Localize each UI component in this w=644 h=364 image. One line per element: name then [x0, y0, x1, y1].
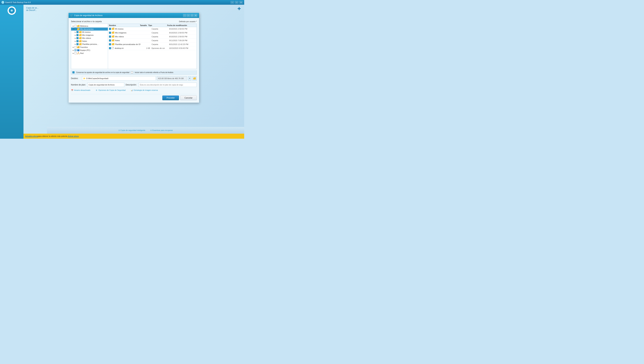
sidebar-logo [8, 6, 16, 15]
folder-icon-row-notes [112, 39, 114, 42]
backup-options-link[interactable]: ⚙ Opciones de Copia de Seguridad [96, 89, 126, 91]
tree-checkbox-notes[interactable]: ✓ [76, 40, 78, 42]
tree-checkbox-plantillas[interactable]: ✓ [76, 43, 78, 45]
tree-item-plantillas[interactable]: ▶ ✓ Plantillas persona... [71, 43, 108, 46]
dest-dropdown-btn[interactable]: ▼ [188, 76, 191, 81]
filename-mi-musica: Mi música [115, 28, 142, 30]
upgrade-link-now[interactable]: Actualiza ahora [25, 135, 38, 137]
folder-icon-red [77, 52, 80, 54]
file-check-notes[interactable]: ✓ [109, 40, 111, 42]
tree-checkbox-mi-musica[interactable]: ✓ [76, 31, 78, 33]
tree-checkbox-red[interactable] [74, 52, 76, 54]
option-checkbox-security[interactable]: ✓ [72, 71, 74, 73]
file-check-mi-musica[interactable]: ✓ [109, 28, 111, 30]
filename-mis-imagenes: Mis imágenes [115, 32, 142, 34]
svg-rect-2 [77, 49, 80, 51]
file-row-mis-videos[interactable]: ✓ Mis vídeos Carpeta 8/10/2015 2:58:55 P… [108, 35, 196, 39]
schedule-link[interactable]: 📅 Horario desactivado [71, 89, 90, 91]
tree-checkbox-biblioteca[interactable] [74, 25, 76, 27]
dest-path-box[interactable]: 📁 D:\MisCopiasDeSeguridad\ [82, 76, 156, 81]
tree-arrow-mis-imagenes: ▶ [74, 34, 76, 36]
gear-icon: ⚙ [96, 89, 98, 91]
tree-checkbox-equipo[interactable] [74, 49, 76, 51]
dialog-close-btn[interactable]: ✕ [194, 14, 198, 17]
tree-item-mis-documentos[interactable]: ▼ ✓ Mis documentos [71, 28, 108, 31]
tree-arrow-equipo: ▶ [72, 49, 74, 51]
folder-icon-mi-musica [79, 31, 82, 33]
filename-notes: Notes [115, 40, 142, 42]
plan-label: Nombre de plan: [71, 84, 86, 86]
tree-item-biblioteca[interactable]: ▶ Biblioteca [71, 25, 108, 28]
strategy-icon: 📊 [131, 89, 133, 91]
activate-link[interactable]: Activar ahora [68, 135, 79, 137]
file-row-mi-musica[interactable]: ✓ Mi música Carpeta 8/10/2015 2:58:55 PM [108, 27, 196, 31]
tree-item-favoritos[interactable]: ▶ Favoritos [71, 46, 108, 49]
user-defined-btn[interactable]: Definido por usuario * [179, 21, 197, 23]
tree-label-mi-musica: Mi música [82, 31, 90, 33]
bottom-action-recover[interactable]: ⊙ Examinar para recuperar [150, 129, 173, 131]
plan-row: Nombre de plan: Descripción: [71, 83, 197, 87]
file-row-plantillas[interactable]: ✓ Plantillas personalizadas de Of Carpet… [108, 43, 196, 46]
tree-checkbox-favoritos[interactable] [74, 46, 76, 48]
desc-input[interactable] [139, 83, 197, 87]
proceed-button[interactable]: Proceder [162, 96, 179, 100]
plan-name-input[interactable] [88, 83, 124, 87]
bottom-action-backup[interactable]: ⊙ Copia de seguridad inteligente [118, 129, 146, 131]
options-links-row: 📅 Horario desactivado ⚙ Opciones de Copi… [71, 89, 197, 91]
tree-item-mis-videos[interactable]: ▶ ✓ Mis vídeos [71, 37, 108, 40]
tree-checkbox-mis-documentos[interactable]: ✓ [74, 28, 76, 30]
col-header-size: Tamaño [137, 24, 148, 26]
tree-checkbox-mis-videos[interactable]: ✓ [76, 37, 78, 39]
tree-item-red[interactable]: ▶ [71, 52, 108, 55]
cancel-button[interactable]: Cancelar [180, 96, 197, 100]
app-body: Copia de se...de DiscoP... ✚ 🛒 Copia de … [0, 5, 244, 139]
tree-item-equipo[interactable]: ▶ Equipo (PC) [71, 49, 108, 52]
app-logo [1, 1, 4, 4]
filetype-mi-musica: Carpeta [152, 28, 169, 30]
filedate-desktop-ini: 10/15/2015 9:59:45 PM [169, 47, 196, 49]
file-check-plantillas[interactable]: ✓ [109, 43, 111, 45]
tree-label-mis-imagenes: Mis imágenes [82, 34, 94, 36]
tree-checkbox-mis-imagenes[interactable]: ✓ [76, 34, 78, 36]
strategy-link-label: Estrategia de imagen-reserva [134, 89, 158, 91]
strategy-link[interactable]: 📊 Estrategia de imagen-reserva [131, 89, 158, 91]
file-row-desktop-ini[interactable]: ✓ [108, 46, 196, 50]
dialog-body: Seleccionar el archivo o la carpeta Defi… [68, 18, 199, 103]
dialog-maximize-btn[interactable]: □ [190, 14, 194, 17]
app-minimize-btn[interactable]: ─ [230, 1, 234, 4]
option-checkbox-point[interactable] [131, 71, 133, 73]
tree-item-mi-musica[interactable]: ▶ ✓ Mi música [71, 31, 108, 34]
sidebar-logo-inner [9, 8, 15, 14]
dest-browse-btn[interactable] [192, 76, 197, 81]
filename-mis-videos: Mis vídeos [115, 36, 142, 38]
tree-arrow-red: ▶ [72, 52, 74, 54]
destination-row: Destino: 📁 D:\MisCopiasDeSeguridad\ 415.… [71, 76, 197, 81]
file-check-mis-videos[interactable]: ✓ [109, 36, 111, 38]
col-header-type: Tipo [148, 24, 167, 26]
folder-icon-notes [79, 40, 82, 42]
file-check-mis-imagenes[interactable]: ✓ [109, 32, 111, 34]
dialog-titlebar: 🛒 Copia de seguridad de Archivos 🛒 ─ □ ✕ [68, 13, 199, 18]
tree-item-mis-imagenes[interactable]: ▶ ✓ Mis imágenes [71, 34, 108, 37]
filedate-mis-videos: 8/10/2015 2:58:55 PM [169, 36, 196, 38]
dialog-cart-btn[interactable]: 🛒 [183, 14, 186, 17]
folder-icon-favoritos [77, 46, 80, 48]
svg-point-6 [77, 54, 78, 54]
app-maximize-btn[interactable]: □ [235, 1, 238, 4]
app-close-btn[interactable]: ✕ [239, 1, 243, 4]
file-list-panel[interactable]: Nombre Tamaño Tipo Fecha de modificación… [108, 24, 196, 69]
file-row-mis-imagenes[interactable]: ✓ Mis imágenes Carpeta 8/10/2015 2:58:55… [108, 31, 196, 35]
file-row-notes[interactable]: ✓ Notes Carpeta 9/11/2015 7:09:28 PM [108, 39, 196, 43]
dest-path-text: D:\MisCopiasDeSeguridad\ [86, 77, 108, 79]
option-label-security: Conservar los ajustes de seguridad de ar… [76, 72, 129, 73]
dest-size-text: 415.60 GB libres de 465.76 GB [158, 77, 184, 79]
filedate-mi-musica: 8/10/2015 2:58:55 PM [169, 28, 196, 30]
tree-item-notes[interactable]: ▶ ✓ Notes [71, 40, 108, 43]
file-check-desktop-ini[interactable]: ✓ [109, 47, 111, 49]
action-buttons: Proceder Cancelar [71, 94, 197, 100]
dest-size-info: 415.60 GB libres de 465.76 GB [157, 76, 187, 81]
dialog-minimize-btn[interactable]: ─ [187, 14, 190, 17]
tree-panel[interactable]: ▶ Biblioteca ▼ ✓ [71, 24, 108, 69]
svg-point-5 [78, 52, 79, 53]
svg-rect-4 [78, 51, 79, 51]
